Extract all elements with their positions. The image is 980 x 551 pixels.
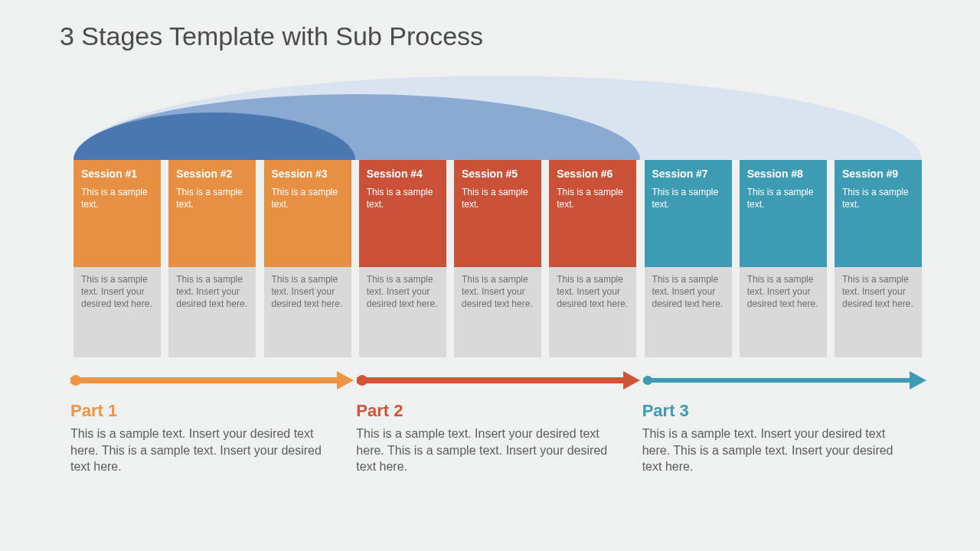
part-body: This is a sample text. Insert your desir… — [642, 425, 905, 475]
session-upper-text: This is a sample text. — [272, 186, 344, 210]
slide-title: 3 Stages Template with Sub Process — [60, 21, 483, 51]
session-lower-text: This is a sample text. Insert your desir… — [168, 267, 256, 357]
session-header: Session #5 — [462, 168, 534, 180]
session-upper: Session #9This is a sample text. — [835, 160, 922, 267]
session-column: Session #6This is a sample text.This is … — [549, 160, 636, 357]
session-lower-text: This is a sample text. Insert your desir… — [264, 267, 351, 357]
session-lower-text: This is a sample text. Insert your desir… — [74, 267, 161, 357]
arrow-part-1 — [70, 377, 354, 384]
session-upper: Session #7This is a sample text. — [645, 160, 732, 267]
session-lower-text: This is a sample text. Insert your desir… — [835, 267, 922, 357]
session-upper-text: This is a sample text. — [747, 186, 819, 210]
session-upper: Session #5This is a sample text. — [454, 160, 541, 267]
session-upper-text: This is a sample text. — [176, 186, 248, 210]
part-block: Part 3This is a sample text. Insert your… — [642, 401, 928, 475]
session-upper-text: This is a sample text. — [81, 186, 153, 210]
session-column: Session #4This is a sample text.This is … — [359, 160, 446, 357]
part-block: Part 2This is a sample text. Insert your… — [356, 401, 642, 475]
session-lower-text: This is a sample text. Insert your desir… — [359, 267, 446, 357]
session-column: Session #7This is a sample text.This is … — [645, 160, 732, 357]
session-column: Session #9This is a sample text.This is … — [835, 160, 922, 357]
session-upper-text: This is a sample text. — [652, 186, 724, 210]
session-column: Session #3This is a sample text.This is … — [264, 160, 351, 357]
session-upper: Session #6This is a sample text. — [549, 160, 636, 267]
session-upper-text: This is a sample text. — [842, 186, 914, 210]
session-header: Session #1 — [81, 168, 153, 180]
session-header: Session #9 — [842, 168, 914, 180]
session-upper: Session #2This is a sample text. — [168, 160, 256, 267]
session-upper: Session #3This is a sample text. — [264, 160, 351, 267]
session-column: Session #8This is a sample text.This is … — [740, 160, 827, 357]
arrow-part-3 — [643, 377, 926, 384]
session-lower-text: This is a sample text. Insert your desir… — [549, 267, 636, 357]
session-header: Session #2 — [176, 168, 248, 180]
session-header: Session #7 — [652, 168, 724, 180]
part-body: This is a sample text. Insert your desir… — [70, 425, 333, 475]
session-upper-text: This is a sample text. — [557, 186, 629, 210]
parts-row: Part 1This is a sample text. Insert your… — [70, 401, 928, 475]
session-column: Session #2This is a sample text.This is … — [168, 160, 256, 357]
session-header: Session #4 — [367, 168, 439, 180]
arrow-part-2 — [357, 377, 640, 384]
part-title: Part 3 — [642, 401, 905, 421]
session-upper: Session #1This is a sample text. — [74, 160, 161, 267]
session-upper: Session #4This is a sample text. — [359, 160, 446, 267]
session-upper-text: This is a sample text. — [462, 186, 534, 210]
session-column: Session #1This is a sample text.This is … — [74, 160, 161, 357]
part-body: This is a sample text. Insert your desir… — [356, 425, 619, 475]
sessions-row: Session #1This is a sample text.This is … — [74, 160, 922, 357]
session-header: Session #8 — [747, 168, 819, 180]
session-header: Session #6 — [557, 168, 629, 180]
part-title: Part 1 — [70, 401, 333, 421]
session-lower-text: This is a sample text. Insert your desir… — [454, 267, 541, 357]
session-header: Session #3 — [272, 168, 344, 180]
session-upper-text: This is a sample text. — [367, 186, 439, 210]
session-column: Session #5This is a sample text.This is … — [454, 160, 541, 357]
part-block: Part 1This is a sample text. Insert your… — [70, 401, 356, 475]
session-lower-text: This is a sample text. Insert your desir… — [645, 267, 732, 357]
session-upper: Session #8This is a sample text. — [740, 160, 827, 267]
session-lower-text: This is a sample text. Insert your desir… — [740, 267, 827, 357]
part-title: Part 2 — [356, 401, 619, 421]
